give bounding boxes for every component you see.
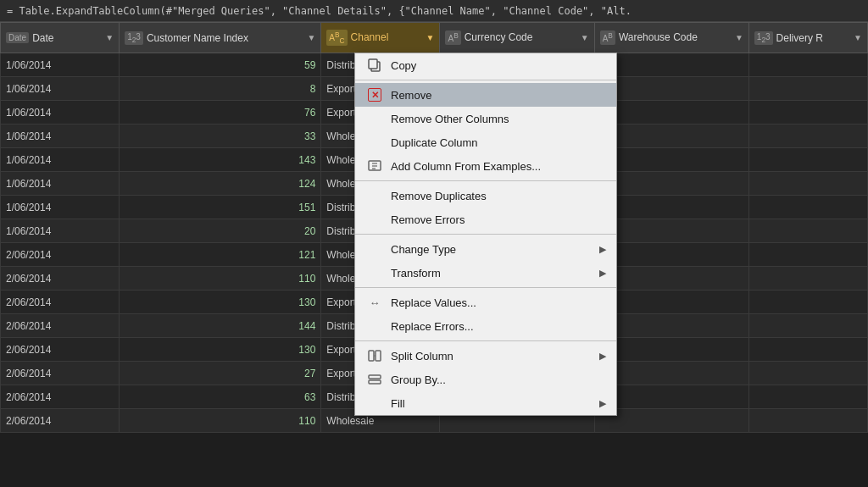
menu-item-remove-errors[interactable]: Remove Errors [355, 208, 616, 231]
cell-date: 2/06/2014 [1, 314, 120, 338]
menu-item-group-by[interactable]: Group By... [355, 368, 616, 391]
menu-item-label-remove-duplicates: Remove Duplicates [391, 190, 606, 202]
cell-customer-index: 144 [120, 314, 321, 338]
cell-customer-index: 110 [120, 267, 321, 291]
group-icon [365, 373, 384, 386]
menu-separator [355, 180, 616, 181]
col-delivery-dropdown[interactable]: ▼ [854, 33, 862, 42]
menu-item-fill[interactable]: Fill▶ [355, 391, 616, 415]
svg-rect-7 [376, 351, 381, 361]
menu-item-label-group-by: Group By... [391, 374, 606, 386]
col-header-date[interactable]: Date Date ▼ [1, 23, 120, 53]
cell-warehouse [594, 196, 748, 219]
cell-warehouse [594, 77, 748, 101]
cell-warehouse [594, 267, 748, 291]
menu-item-replace-errors[interactable]: Replace Errors... [355, 314, 616, 338]
table-container: Date Date ▼ 123 Customer Name Index ▼ AB… [0, 22, 868, 487]
cell-customer-index: 63 [120, 385, 321, 409]
cell-warehouse [594, 314, 748, 338]
menu-item-split-column[interactable]: Split Column▶ [355, 344, 616, 368]
submenu-arrow-icon: ▶ [599, 398, 606, 409]
formula-bar: = Table.ExpandTableColumn(#"Merged Queri… [0, 0, 868, 22]
menu-item-remove[interactable]: ✕Remove [355, 83, 616, 107]
menu-item-label-change-type: Change Type [391, 243, 593, 256]
menu-item-label-remove-other: Remove Other Columns [391, 113, 606, 125]
cell-customer-index: 143 [120, 148, 321, 172]
cell-warehouse [594, 219, 748, 243]
cell-delivery [748, 314, 867, 338]
cell-date: 2/06/2014 [1, 291, 120, 314]
submenu-arrow-icon: ▶ [599, 268, 606, 279]
cell-date: 1/06/2014 [1, 53, 120, 77]
col-channel-dropdown[interactable]: ▼ [426, 33, 435, 42]
col-header-warehouse[interactable]: AB Warehouse Code ▼ [594, 23, 748, 53]
menu-separator [355, 80, 616, 80]
cell-warehouse [594, 385, 748, 409]
cell-delivery [748, 267, 867, 291]
replace-sym-icon: ↔ [370, 296, 381, 309]
cell-delivery [748, 385, 867, 409]
menu-item-change-type[interactable]: Change Type▶ [355, 237, 616, 261]
cell-customer-index: 130 [120, 338, 321, 362]
cell-delivery [748, 219, 867, 243]
menu-item-label-duplicate: Duplicate Column [391, 136, 606, 149]
menu-item-label-split-column: Split Column [391, 350, 593, 362]
cell-warehouse [594, 125, 748, 148]
menu-item-remove-other[interactable]: Remove Other Columns [355, 107, 616, 130]
menu-item-label-add-from-examples: Add Column From Examples... [391, 160, 606, 173]
svg-rect-10 [369, 380, 381, 384]
col-header-channel[interactable]: ABC Channel ▼ [321, 23, 440, 53]
cell-customer-index: 8 [120, 77, 321, 101]
col-customer-dropdown[interactable]: ▼ [307, 33, 315, 42]
menu-separator [355, 340, 616, 341]
col-date-dropdown[interactable]: ▼ [105, 33, 114, 42]
menu-item-add-from-examples[interactable]: Add Column From Examples... [355, 154, 616, 178]
cell-warehouse [594, 53, 748, 77]
menu-item-label-fill: Fill [391, 397, 593, 410]
cell-customer-index: 151 [120, 196, 321, 219]
col-header-delivery[interactable]: 123 Delivery R ▼ [748, 23, 867, 53]
cell-date: 2/06/2014 [1, 385, 120, 409]
menu-item-label-remove-errors: Remove Errors [391, 213, 606, 226]
cell-delivery [748, 172, 867, 196]
cell-date: 1/06/2014 [1, 148, 120, 172]
cell-warehouse [594, 362, 748, 385]
col-currency-dropdown[interactable]: ▼ [581, 33, 589, 42]
menu-separator [355, 234, 616, 235]
cell-date: 2/06/2014 [1, 243, 120, 267]
cell-delivery [748, 338, 867, 362]
menu-item-label-replace-errors: Replace Errors... [391, 320, 606, 333]
cell-warehouse [594, 172, 748, 196]
cell-date: 2/06/2014 [1, 409, 120, 433]
menu-item-copy[interactable]: Copy [355, 53, 616, 77]
menu-item-transform[interactable]: Transform▶ [355, 261, 616, 285]
cell-delivery [748, 291, 867, 314]
replace-icon: ↔ [365, 296, 384, 309]
cell-delivery [748, 101, 867, 125]
cell-delivery [748, 362, 867, 385]
cell-delivery [748, 196, 867, 219]
col-header-currency[interactable]: AB Currency Code ▼ [440, 23, 594, 53]
x-icon: ✕ [368, 88, 381, 102]
examples-icon [365, 159, 384, 173]
cell-delivery [748, 125, 867, 148]
menu-item-remove-duplicates[interactable]: Remove Duplicates [355, 184, 616, 208]
menu-item-label-remove: Remove [391, 89, 606, 102]
cell-customer-index: 20 [120, 219, 321, 243]
context-menu: Copy✕RemoveRemove Other ColumnsDuplicate… [354, 53, 617, 416]
cell-date: 1/06/2014 [1, 101, 120, 125]
svg-rect-6 [369, 351, 374, 361]
cell-date: 1/06/2014 [1, 77, 120, 101]
menu-item-duplicate[interactable]: Duplicate Column [355, 130, 616, 154]
menu-item-label-transform: Transform [391, 267, 593, 279]
cell-customer-index: 110 [120, 409, 321, 433]
cell-warehouse [594, 243, 748, 267]
cell-date: 1/06/2014 [1, 219, 120, 243]
menu-item-replace-values[interactable]: ↔Replace Values... [355, 291, 616, 314]
col-warehouse-dropdown[interactable]: ▼ [735, 33, 743, 42]
cell-customer-index: 27 [120, 362, 321, 385]
cell-date: 2/06/2014 [1, 267, 120, 291]
cell-warehouse [594, 148, 748, 172]
col-header-customer-index[interactable]: 123 Customer Name Index ▼ [120, 23, 321, 53]
cell-delivery [748, 409, 867, 433]
